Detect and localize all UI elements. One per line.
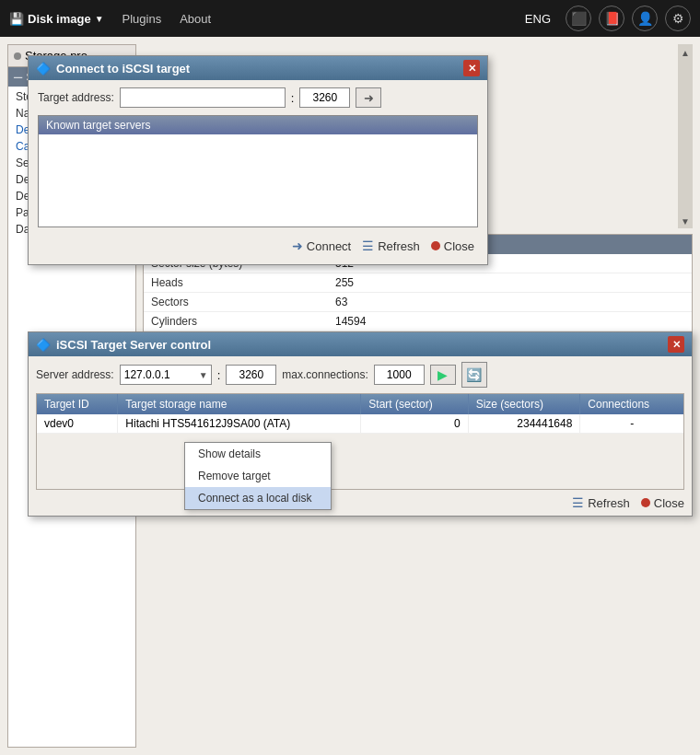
refresh-button[interactable]: ☰ Refresh — [362, 238, 420, 253]
status-dot — [14, 52, 21, 60]
iscsi-control-dialog: 🔷 iSCSI Target Server control ✕ Server a… — [28, 331, 693, 517]
refresh-icon-button[interactable]: 🔄 — [461, 362, 487, 388]
scroll-down-arrow[interactable]: ▼ — [679, 215, 692, 228]
language-badge[interactable]: ENG — [525, 12, 551, 26]
app-title[interactable]: 💾 Disk image ▼ — [9, 12, 104, 26]
iscsi-connect-dialog: 🔷 Connect to iSCSI target ✕ Target addre… — [28, 55, 488, 265]
target-table-body: vdev0 Hitachi HTS541612J9SA00 (ATA) 0 23… — [37, 414, 683, 434]
col-start: Start (sector) — [361, 394, 468, 414]
context-remove-target[interactable]: Remove target — [185, 465, 331, 487]
max-connections-label: max.connections: — [282, 368, 368, 381]
geometry-row: Heads255 — [144, 273, 692, 293]
max-connections-input[interactable] — [374, 365, 425, 385]
book-icon-btn[interactable]: 📕 — [599, 6, 624, 31]
iscsi-connect-footer: ➜ Connect ☰ Refresh Close — [38, 235, 478, 257]
geometry-row-value: 255 — [328, 273, 692, 293]
server-address-label: Server address: — [36, 368, 114, 381]
server-address-select-wrapper: 127.0.0.1 ▼ — [120, 365, 212, 385]
gear-icon-btn[interactable]: ⚙ — [665, 6, 691, 31]
iscsi-control-close-btn[interactable]: ✕ — [668, 336, 684, 353]
play-button[interactable]: ▶ — [430, 365, 456, 385]
close-button[interactable]: Close — [431, 239, 474, 253]
known-servers-box: Known target servers — [38, 115, 478, 227]
iscsi-control-titlebar: 🔷 iSCSI Target Server control ✕ — [29, 332, 692, 356]
menu-items: Plugins About — [122, 12, 212, 26]
disk-icon: 💾 — [9, 12, 24, 26]
target-address-label: Target address: — [38, 91, 114, 104]
server-address-row: Server address: 127.0.0.1 ▼ : max.connec… — [29, 356, 692, 393]
control-close-label: Close — [654, 496, 684, 510]
go-button[interactable]: ➜ — [356, 87, 381, 108]
iscsi-connect-titlebar: 🔷 Connect to iSCSI target ✕ — [29, 56, 487, 80]
refresh-label: Refresh — [378, 239, 420, 253]
control-close-button[interactable]: Close — [641, 496, 684, 510]
scroll-up-arrow[interactable]: ▲ — [679, 46, 692, 60]
geometry-row: Sectors63 — [144, 293, 692, 312]
control-close-dot-icon — [641, 498, 650, 507]
iscsi-connect-title: Connect to iSCSI target — [56, 62, 190, 76]
target-table-wrapper: Target ID Target storage name Start (sec… — [36, 393, 684, 490]
user-icon-btn[interactable]: 👤 — [632, 6, 658, 31]
port-separator: : — [291, 91, 295, 105]
table-row[interactable]: vdev0 Hitachi HTS541612J9SA00 (ATA) 0 23… — [37, 414, 683, 434]
cell-start: 0 — [361, 414, 468, 434]
geometry-tbody: Sector size (bytes)512Heads255Sectors63C… — [144, 254, 692, 331]
cell-size: 234441648 — [468, 414, 580, 434]
menu-plugins[interactable]: Plugins — [122, 12, 162, 26]
collapse-icon: ─ — [14, 70, 22, 84]
menubar: 💾 Disk image ▼ Plugins About ENG ⬛ 📕 👤 ⚙ — [0, 0, 700, 37]
close-label: Close — [444, 239, 474, 253]
geometry-row-value: 63 — [328, 293, 692, 312]
geometry-row-value: 14594 — [328, 312, 692, 331]
cell-connections: - — [580, 414, 683, 434]
server-address-select[interactable]: 127.0.0.1 — [120, 365, 212, 385]
table-empty-area — [37, 434, 683, 489]
col-connections: Connections — [580, 394, 683, 414]
control-refresh-button[interactable]: ☰ Refresh — [572, 495, 630, 510]
col-target-id: Target ID — [37, 394, 118, 414]
close-dot-icon — [431, 241, 440, 250]
connect-arrow-icon: ➜ — [292, 238, 303, 253]
target-address-input[interactable] — [120, 87, 286, 108]
menu-about[interactable]: About — [180, 12, 211, 26]
iscsi-connect-icon: 🔷 — [36, 62, 51, 76]
col-size: Size (sectors) — [468, 394, 580, 414]
context-show-details[interactable]: Show details — [185, 443, 331, 465]
control-refresh-list-icon: ☰ — [572, 495, 584, 510]
cell-storage-name: Hitachi HTS541612J9SA00 (ATA) — [118, 414, 361, 434]
monitor-icon-btn[interactable]: ⬛ — [566, 6, 591, 31]
context-connect-local-disk[interactable]: Connect as a local disk — [185, 487, 331, 509]
menu-arrow: ▼ — [95, 14, 104, 24]
col-storage-name: Target storage name — [118, 394, 361, 414]
target-address-row: Target address: : ➜ — [38, 87, 478, 108]
connect-label: Connect — [307, 239, 351, 253]
geometry-row: Cylinders14594 — [144, 312, 692, 331]
geometry-row-label: Sectors — [144, 293, 328, 312]
context-menu: Show details Remove target Connect as a … — [184, 442, 332, 510]
known-servers-body — [39, 134, 477, 226]
known-servers-header: Known target servers — [39, 116, 477, 134]
iscsi-connect-close-btn[interactable]: ✕ — [463, 60, 480, 76]
iscsi-connect-body: Target address: : ➜ Known target servers… — [29, 80, 487, 264]
control-port-separator: : — [217, 368, 221, 382]
connect-port-input[interactable] — [299, 87, 350, 108]
control-footer: ☰ Refresh Close — [29, 490, 692, 516]
geometry-row-label: Heads — [144, 273, 328, 293]
cell-target-id: vdev0 — [37, 414, 118, 434]
geometry-table: Sector size (bytes)512Heads255Sectors63C… — [144, 254, 692, 331]
scrollbar[interactable]: ▲ ▼ — [678, 44, 693, 228]
menubar-right: ENG ⬛ 📕 👤 ⚙ — [525, 6, 691, 31]
iscsi-control-title: iSCSI Target Server control — [56, 338, 211, 352]
control-port-input[interactable] — [226, 365, 276, 385]
target-table-head: Target ID Target storage name Start (sec… — [37, 394, 683, 414]
geometry-row-label: Cylinders — [144, 312, 328, 331]
target-table: Target ID Target storage name Start (sec… — [37, 394, 683, 434]
control-refresh-label: Refresh — [588, 496, 630, 510]
iscsi-control-icon: 🔷 — [36, 338, 51, 352]
refresh-list-icon: ☰ — [362, 238, 374, 253]
main-area: Storage pro... ─ Storage in... Storage t… — [0, 37, 700, 755]
connect-button[interactable]: ➜ Connect — [292, 238, 351, 253]
